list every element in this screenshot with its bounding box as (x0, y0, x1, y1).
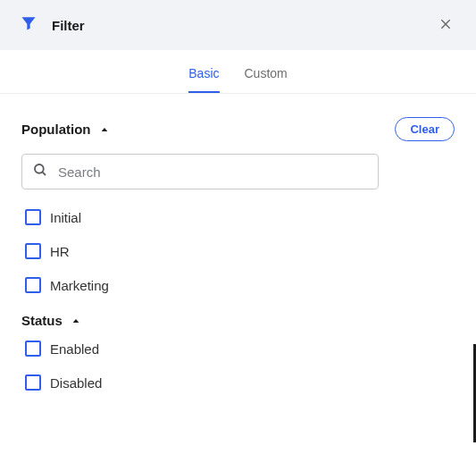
section-header-population: Population Clear (21, 117, 455, 141)
filter-content: Population Clear Initial (0, 94, 476, 471)
chevron-up-icon (100, 122, 109, 137)
section-title-status: Status (21, 313, 63, 328)
tab-basic[interactable]: Basic (188, 54, 219, 93)
status-list: Enabled Disabled (21, 341, 455, 391)
chevron-up-icon (71, 313, 80, 328)
section-population: Population Clear Initial (21, 117, 455, 293)
section-toggle-population[interactable]: Population (21, 122, 109, 137)
section-title-population: Population (21, 122, 91, 137)
search-wrapper (21, 154, 455, 189)
checkbox-label-disabled[interactable]: Disabled (50, 375, 102, 391)
checkbox-disabled[interactable] (25, 374, 41, 391)
list-item: Enabled (25, 341, 455, 357)
checkbox-enabled[interactable] (25, 341, 41, 357)
tab-custom[interactable]: Custom (245, 54, 288, 93)
panel-title: Filter (52, 18, 85, 33)
list-item: Marketing (25, 277, 455, 293)
population-list: Initial HR Marketing (21, 209, 455, 293)
filter-icon (20, 14, 38, 36)
search-input[interactable] (21, 154, 379, 189)
checkbox-label-initial[interactable]: Initial (50, 210, 81, 225)
search-icon (32, 162, 48, 181)
filter-header: Filter (0, 0, 476, 50)
section-toggle-status[interactable]: Status (21, 313, 80, 328)
list-item: Initial (25, 209, 455, 225)
checkbox-label-marketing[interactable]: Marketing (50, 278, 109, 293)
close-icon (438, 21, 453, 34)
clear-button[interactable]: Clear (395, 117, 455, 141)
checkbox-initial[interactable] (25, 209, 41, 225)
section-status: Status Enabled Disabled (21, 313, 455, 391)
checkbox-hr[interactable] (25, 243, 41, 259)
section-header-status: Status (21, 313, 455, 328)
close-button[interactable] (435, 13, 456, 38)
header-left: Filter (20, 14, 85, 36)
checkbox-label-hr[interactable]: HR (50, 244, 70, 259)
svg-point-0 (35, 164, 44, 173)
checkbox-marketing[interactable] (25, 277, 41, 293)
list-item: Disabled (25, 374, 455, 391)
tabs: Basic Custom (0, 54, 476, 94)
list-item: HR (25, 243, 455, 259)
checkbox-label-enabled[interactable]: Enabled (50, 341, 99, 357)
